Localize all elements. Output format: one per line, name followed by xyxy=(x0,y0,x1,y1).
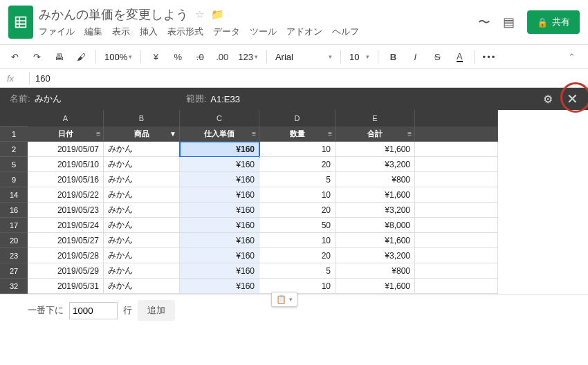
col-header-e[interactable]: E xyxy=(336,110,415,127)
cell-blank[interactable] xyxy=(415,142,498,157)
cell-date[interactable]: 2019/05/16 xyxy=(28,172,104,187)
cell-blank[interactable] xyxy=(415,172,498,187)
cell-blank[interactable] xyxy=(415,263,498,279)
cell-total[interactable]: ¥1,600 xyxy=(336,187,415,203)
font-size-select[interactable]: 10▾ xyxy=(347,52,372,62)
cell-total[interactable]: ¥800 xyxy=(336,263,415,279)
undo-button[interactable]: ↶ xyxy=(6,48,24,66)
cell-product[interactable]: みかん xyxy=(104,218,180,233)
row-header[interactable]: 16 xyxy=(0,203,28,218)
cell-blank[interactable] xyxy=(415,218,498,233)
row-header[interactable]: 23 xyxy=(0,248,28,263)
cell-qty[interactable]: 10 xyxy=(259,279,336,294)
select-all-corner[interactable] xyxy=(0,110,28,127)
cell-total[interactable]: ¥3,200 xyxy=(336,203,415,218)
explore-icon[interactable]: 〜 xyxy=(478,14,490,30)
cell-date[interactable]: 2019/05/23 xyxy=(28,203,104,218)
filter-icon[interactable]: ▼ xyxy=(169,130,176,138)
row-header[interactable]: 5 xyxy=(0,157,28,172)
cell-qty[interactable]: 20 xyxy=(259,203,336,218)
col-header-blank[interactable] xyxy=(415,110,498,127)
filter-icon[interactable]: ≡ xyxy=(96,130,100,138)
col-header-b[interactable]: B xyxy=(104,110,180,127)
cell-date[interactable]: 2019/05/29 xyxy=(28,263,104,279)
menu-insert[interactable]: 挿入 xyxy=(140,26,158,38)
cell-unit-price[interactable]: ¥160 xyxy=(180,157,259,172)
field-product[interactable]: 商品▼ xyxy=(104,127,180,142)
cell-qty[interactable]: 5 xyxy=(259,263,336,279)
cell-blank[interactable] xyxy=(415,187,498,203)
field-qty[interactable]: 数量≡ xyxy=(259,127,336,142)
decrease-decimal-button[interactable]: .0 xyxy=(191,48,209,66)
cell-total[interactable]: ¥8,000 xyxy=(336,218,415,233)
menu-data[interactable]: データ xyxy=(213,26,240,38)
cell-date[interactable]: 2019/05/27 xyxy=(28,233,104,248)
gear-icon[interactable]: ⚙ xyxy=(543,93,553,106)
cell-unit-price[interactable]: ¥160 xyxy=(180,279,259,294)
fx-input[interactable]: 160 xyxy=(35,73,581,84)
cell-blank[interactable] xyxy=(415,157,498,172)
cell-date[interactable]: 2019/05/28 xyxy=(28,248,104,263)
cell-qty[interactable]: 20 xyxy=(259,157,336,172)
cell-date[interactable]: 2019/05/24 xyxy=(28,218,104,233)
row-header[interactable]: 1 xyxy=(0,127,28,142)
sheets-logo[interactable] xyxy=(8,6,33,39)
filter-icon[interactable]: ≡ xyxy=(328,130,332,138)
cell-total[interactable]: ¥1,600 xyxy=(336,233,415,248)
row-header[interactable]: 27 xyxy=(0,263,28,279)
folder-icon[interactable]: 📁 xyxy=(211,8,224,21)
cell-unit-price[interactable]: ¥160 xyxy=(180,233,259,248)
cell-unit-price[interactable]: ¥160 xyxy=(180,187,259,203)
cell-total[interactable]: ¥3,200 xyxy=(336,157,415,172)
cell-qty[interactable]: 20 xyxy=(259,248,336,263)
cell-total[interactable]: ¥3,200 xyxy=(336,248,415,263)
filter-name-value[interactable]: みかん xyxy=(35,93,62,105)
cell-qty[interactable]: 10 xyxy=(259,233,336,248)
text-color-button[interactable]: A xyxy=(450,48,468,66)
row-header[interactable]: 9 xyxy=(0,172,28,187)
row-header[interactable]: 17 xyxy=(0,218,28,233)
col-header-a[interactable]: A xyxy=(28,110,104,127)
menu-view[interactable]: 表示 xyxy=(112,26,130,38)
print-button[interactable]: 🖶 xyxy=(50,48,68,66)
cell-unit-price[interactable]: ¥160 xyxy=(180,218,259,233)
filter-range-value[interactable]: A1:E33 xyxy=(210,94,240,104)
cell-product[interactable]: みかん xyxy=(104,142,180,157)
cell-blank[interactable] xyxy=(415,248,498,263)
cell-date[interactable]: 2019/05/10 xyxy=(28,157,104,172)
cell-qty[interactable]: 10 xyxy=(259,142,336,157)
cell-qty[interactable]: 5 xyxy=(259,172,336,187)
row-header[interactable]: 32 xyxy=(0,279,28,294)
add-rows-input[interactable] xyxy=(69,302,118,319)
share-button[interactable]: 🔒 共有 xyxy=(527,10,580,34)
col-header-c[interactable]: C xyxy=(180,110,259,127)
more-button[interactable]: ••• xyxy=(480,48,498,66)
cell-date[interactable]: 2019/05/31 xyxy=(28,279,104,294)
menu-addons[interactable]: アドオン xyxy=(286,26,322,38)
cell-product[interactable]: みかん xyxy=(104,248,180,263)
col-header-d[interactable]: D xyxy=(259,110,336,127)
row-header[interactable]: 2 xyxy=(0,142,28,157)
cell-date[interactable]: 2019/05/22 xyxy=(28,187,104,203)
bold-button[interactable]: B xyxy=(384,48,402,66)
paste-options-popup[interactable]: 📋 ▾ xyxy=(271,292,297,307)
field-unit-price[interactable]: 仕入単価≡ xyxy=(180,127,259,142)
redo-button[interactable]: ↷ xyxy=(28,48,46,66)
font-select[interactable]: Arial▾ xyxy=(273,52,335,62)
cell-product[interactable]: みかん xyxy=(104,157,180,172)
cell-total[interactable]: ¥800 xyxy=(336,172,415,187)
increase-decimal-button[interactable]: .00 xyxy=(213,48,231,66)
cell-product[interactable]: みかん xyxy=(104,203,180,218)
zoom-select[interactable]: 100%▾ xyxy=(102,52,135,62)
menu-format[interactable]: 表示形式 xyxy=(167,26,203,38)
cell-blank[interactable] xyxy=(415,279,498,294)
cell-total[interactable]: ¥1,600 xyxy=(336,142,415,157)
close-icon[interactable]: ✕ xyxy=(567,92,578,106)
menu-tools[interactable]: ツール xyxy=(250,26,277,38)
cell-product[interactable]: みかん xyxy=(104,279,180,294)
cell-unit-price[interactable]: ¥160 xyxy=(180,248,259,263)
doc-title[interactable]: みかんの単価を変更しよう xyxy=(39,6,188,23)
percent-button[interactable]: % xyxy=(169,48,187,66)
cell-total[interactable]: ¥1,600 xyxy=(336,279,415,294)
cell-product[interactable]: みかん xyxy=(104,187,180,203)
